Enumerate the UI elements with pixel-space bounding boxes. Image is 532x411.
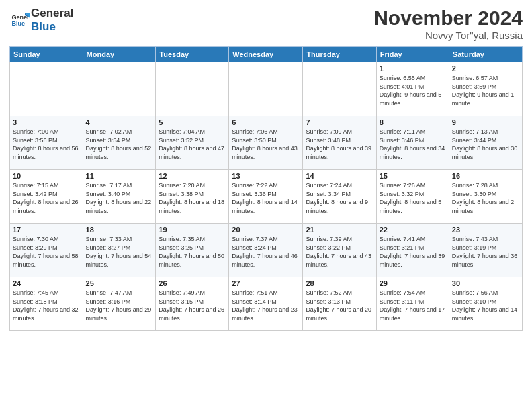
day-cell: 17Sunrise: 7:30 AMSunset: 3:29 PMDayligh…: [10, 224, 83, 277]
day-cell: [10, 62, 83, 116]
day-info: Sunrise: 7:54 AMSunset: 3:11 PMDaylight:…: [380, 289, 446, 322]
day-cell: 12Sunrise: 7:20 AMSunset: 3:38 PMDayligh…: [156, 170, 229, 224]
day-info: Sunrise: 7:30 AMSunset: 3:29 PMDaylight:…: [13, 235, 80, 269]
header-friday: Friday: [376, 47, 449, 62]
day-number: 14: [306, 172, 373, 180]
day-number: 18: [86, 226, 153, 234]
day-cell: 14Sunrise: 7:24 AMSunset: 3:34 PMDayligh…: [303, 170, 376, 224]
day-number: 21: [306, 226, 373, 234]
day-cell: 5Sunrise: 7:04 AMSunset: 3:52 PMDaylight…: [156, 116, 229, 170]
day-cell: 15Sunrise: 7:26 AMSunset: 3:32 PMDayligh…: [376, 170, 449, 224]
week-row-3: 17Sunrise: 7:30 AMSunset: 3:29 PMDayligh…: [10, 224, 523, 277]
day-number: 27: [232, 279, 300, 287]
day-cell: 13Sunrise: 7:22 AMSunset: 3:36 PMDayligh…: [229, 170, 303, 224]
day-number: 20: [232, 226, 300, 234]
location: Novvy Tor"yal, Russia: [373, 30, 523, 41]
day-cell: 22Sunrise: 7:41 AMSunset: 3:21 PMDayligh…: [376, 224, 449, 277]
day-cell: [303, 62, 376, 116]
day-info: Sunrise: 7:22 AMSunset: 3:36 PMDaylight:…: [232, 181, 300, 215]
day-number: 10: [13, 172, 80, 180]
day-info: Sunrise: 7:02 AMSunset: 3:54 PMDaylight:…: [86, 128, 153, 161]
day-number: 2: [452, 64, 519, 73]
day-number: 28: [306, 279, 373, 287]
day-cell: 7Sunrise: 7:09 AMSunset: 3:48 PMDaylight…: [303, 116, 376, 170]
header-monday: Monday: [83, 47, 156, 62]
day-cell: 6Sunrise: 7:06 AMSunset: 3:50 PMDaylight…: [229, 116, 303, 170]
day-info: Sunrise: 7:04 AMSunset: 3:52 PMDaylight:…: [159, 128, 226, 161]
page-header: General Blue General Blue November 2024 …: [9, 7, 523, 41]
day-number: 16: [452, 172, 519, 180]
day-cell: 23Sunrise: 7:43 AMSunset: 3:19 PMDayligh…: [449, 224, 522, 277]
day-info: Sunrise: 6:57 AMSunset: 3:59 PMDaylight:…: [452, 74, 519, 107]
day-info: Sunrise: 7:35 AMSunset: 3:25 PMDaylight:…: [159, 235, 226, 269]
day-info: Sunrise: 7:20 AMSunset: 3:38 PMDaylight:…: [159, 181, 226, 215]
week-row-2: 10Sunrise: 7:15 AMSunset: 3:42 PMDayligh…: [10, 170, 523, 224]
day-info: Sunrise: 7:15 AMSunset: 3:42 PMDaylight:…: [13, 181, 80, 215]
day-info: Sunrise: 7:47 AMSunset: 3:16 PMDaylight:…: [86, 289, 153, 322]
day-number: 5: [159, 118, 226, 126]
day-number: 13: [232, 172, 300, 180]
day-info: Sunrise: 7:17 AMSunset: 3:40 PMDaylight:…: [86, 181, 153, 215]
day-info: Sunrise: 7:13 AMSunset: 3:44 PMDaylight:…: [452, 128, 519, 161]
logo: General Blue General Blue: [9, 7, 73, 33]
day-cell: 18Sunrise: 7:33 AMSunset: 3:27 PMDayligh…: [83, 224, 156, 277]
day-cell: 8Sunrise: 7:11 AMSunset: 3:46 PMDaylight…: [376, 116, 449, 170]
day-cell: 16Sunrise: 7:28 AMSunset: 3:30 PMDayligh…: [449, 170, 522, 224]
day-cell: 24Sunrise: 7:45 AMSunset: 3:18 PMDayligh…: [10, 277, 83, 331]
header-tuesday: Tuesday: [156, 47, 229, 62]
day-number: 24: [13, 279, 80, 287]
logo-icon: General Blue: [11, 11, 30, 30]
day-cell: 26Sunrise: 7:49 AMSunset: 3:15 PMDayligh…: [156, 277, 229, 331]
day-cell: 4Sunrise: 7:02 AMSunset: 3:54 PMDaylight…: [83, 116, 156, 170]
day-info: Sunrise: 7:56 AMSunset: 3:10 PMDaylight:…: [452, 289, 519, 322]
day-info: Sunrise: 7:52 AMSunset: 3:13 PMDaylight:…: [306, 289, 373, 322]
day-number: 25: [86, 279, 153, 287]
day-number: 23: [452, 226, 519, 234]
day-cell: [229, 62, 303, 116]
header-sunday: Sunday: [10, 47, 83, 62]
day-info: Sunrise: 7:00 AMSunset: 3:56 PMDaylight:…: [13, 128, 80, 161]
day-info: Sunrise: 7:37 AMSunset: 3:24 PMDaylight:…: [232, 235, 300, 269]
day-cell: 1Sunrise: 6:55 AMSunset: 4:01 PMDaylight…: [376, 62, 449, 116]
day-number: 9: [452, 118, 519, 126]
day-cell: [83, 62, 156, 116]
day-info: Sunrise: 7:09 AMSunset: 3:48 PMDaylight:…: [306, 128, 373, 161]
day-cell: 3Sunrise: 7:00 AMSunset: 3:56 PMDaylight…: [10, 116, 83, 170]
day-info: Sunrise: 7:06 AMSunset: 3:50 PMDaylight:…: [232, 128, 300, 161]
logo-line1: General: [31, 7, 73, 20]
logo-line2: Blue: [31, 20, 73, 34]
day-cell: 29Sunrise: 7:54 AMSunset: 3:11 PMDayligh…: [376, 277, 449, 331]
day-info: Sunrise: 7:33 AMSunset: 3:27 PMDaylight:…: [86, 235, 153, 269]
day-cell: 2Sunrise: 6:57 AMSunset: 3:59 PMDaylight…: [449, 62, 522, 116]
day-number: 1: [380, 64, 446, 73]
day-cell: 30Sunrise: 7:56 AMSunset: 3:10 PMDayligh…: [449, 277, 522, 331]
day-info: Sunrise: 7:41 AMSunset: 3:21 PMDaylight:…: [380, 235, 446, 269]
day-number: 29: [380, 279, 446, 287]
day-number: 19: [159, 226, 226, 234]
day-number: 11: [86, 172, 153, 180]
day-cell: 11Sunrise: 7:17 AMSunset: 3:40 PMDayligh…: [83, 170, 156, 224]
day-cell: 19Sunrise: 7:35 AMSunset: 3:25 PMDayligh…: [156, 224, 229, 277]
day-number: 22: [380, 226, 446, 234]
day-info: Sunrise: 7:51 AMSunset: 3:14 PMDaylight:…: [232, 289, 300, 322]
calendar-header-row: SundayMondayTuesdayWednesdayThursdayFrid…: [10, 47, 523, 62]
day-number: 12: [159, 172, 226, 180]
day-info: Sunrise: 7:49 AMSunset: 3:15 PMDaylight:…: [159, 289, 226, 322]
day-info: Sunrise: 7:24 AMSunset: 3:34 PMDaylight:…: [306, 181, 373, 215]
day-info: Sunrise: 7:39 AMSunset: 3:22 PMDaylight:…: [306, 235, 373, 269]
day-cell: 9Sunrise: 7:13 AMSunset: 3:44 PMDaylight…: [449, 116, 522, 170]
day-cell: 10Sunrise: 7:15 AMSunset: 3:42 PMDayligh…: [10, 170, 83, 224]
week-row-4: 24Sunrise: 7:45 AMSunset: 3:18 PMDayligh…: [10, 277, 523, 331]
month-title: November 2024: [373, 7, 523, 30]
header-saturday: Saturday: [449, 47, 522, 62]
day-number: 3: [13, 118, 80, 126]
day-number: 8: [380, 118, 446, 126]
day-number: 17: [13, 226, 80, 234]
week-row-1: 3Sunrise: 7:00 AMSunset: 3:56 PMDaylight…: [10, 116, 523, 170]
day-cell: 28Sunrise: 7:52 AMSunset: 3:13 PMDayligh…: [303, 277, 376, 331]
week-row-0: 1Sunrise: 6:55 AMSunset: 4:01 PMDaylight…: [10, 62, 523, 116]
day-number: 7: [306, 118, 373, 126]
day-number: 30: [452, 279, 519, 287]
day-cell: [156, 62, 229, 116]
header-wednesday: Wednesday: [229, 47, 303, 62]
